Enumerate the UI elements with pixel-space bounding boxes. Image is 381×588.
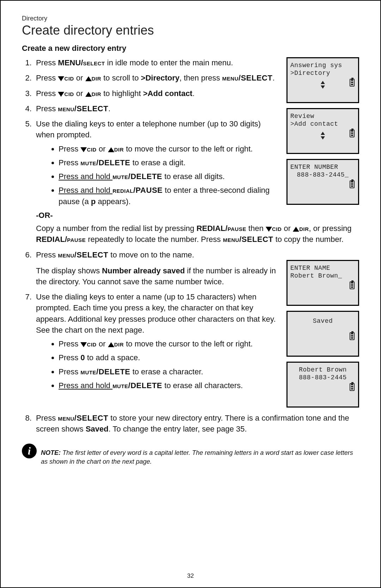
- note-block: i NOTE: The first letter of every word i…: [22, 444, 359, 466]
- text: Press: [36, 414, 58, 422]
- lcd-line: 888-883-2445: [290, 373, 355, 382]
- battery-icon: [350, 383, 355, 391]
- text: . To change the entry later, see page 35…: [108, 424, 247, 433]
- text: to move the cursor to the left or right.: [124, 144, 253, 153]
- text: Press: [59, 144, 80, 153]
- text: in idle mode to enter the main menu.: [105, 58, 233, 67]
- up-arrow-icon: [108, 342, 114, 347]
- breadcrumb: Directory: [22, 15, 359, 22]
- text: Press: [59, 339, 80, 348]
- text: .: [272, 73, 274, 82]
- text: to move on to the name.: [108, 250, 194, 259]
- text: Number already saved: [102, 266, 185, 275]
- section-heading: Create a new directory entry: [22, 43, 359, 54]
- key-mute-delete: mute/DELETE: [113, 172, 162, 181]
- key-mute-delete: mute/DELETE: [80, 367, 130, 376]
- text: Press and hold: [59, 381, 113, 390]
- body-column: Create a new directory entry Answering s…: [22, 43, 359, 466]
- key-zero: 0: [80, 353, 85, 362]
- battery-icon: [350, 79, 355, 87]
- text: Press: [36, 250, 58, 259]
- text: then: [246, 224, 266, 233]
- text: Press: [36, 73, 58, 82]
- step-8: Press menu/SELECT to store your new dire…: [34, 412, 359, 434]
- text: to move the cursor to the left or right.: [124, 339, 253, 348]
- text: Press: [59, 353, 80, 362]
- text: or: [282, 224, 293, 233]
- lcd-line: >Directory: [290, 69, 355, 78]
- lcd-screen-add-contact: Review >Add contact: [286, 108, 359, 154]
- menu-target: >Directory: [141, 73, 179, 82]
- lcd-line: 888-883-2445_: [290, 171, 355, 180]
- key-menu-select: menu/SELECT: [223, 235, 273, 244]
- key-cid: cid: [87, 144, 96, 153]
- text: Press and hold: [59, 172, 113, 181]
- key-menu-select: menu/SELECT: [58, 104, 108, 113]
- key-mute-delete: mute/DELETE: [80, 158, 130, 167]
- text: .: [192, 89, 194, 98]
- lcd-screen-saved: Saved: [286, 311, 359, 357]
- key-redial-pause: REDIAL/pause: [196, 224, 246, 233]
- text: to add a space.: [85, 353, 140, 362]
- page-number: 32: [1, 572, 380, 580]
- key-redial-pause: redial/PAUSE: [113, 186, 163, 195]
- key-cid: cid: [64, 89, 74, 98]
- text: Press and hold: [59, 186, 113, 195]
- key-menu-select: MENU/select: [58, 58, 105, 67]
- battery-icon: [350, 281, 355, 289]
- key-dir: dir: [92, 89, 101, 98]
- text: , or pressing: [309, 224, 351, 233]
- text: to erase a digit.: [130, 158, 186, 167]
- text: The first letter of every word is a capi…: [41, 449, 353, 465]
- down-arrow-icon: [58, 92, 64, 97]
- text: Press: [36, 89, 58, 98]
- text: Saved: [86, 424, 109, 433]
- text: to erase all characters.: [162, 381, 243, 390]
- text: .: [108, 104, 110, 113]
- lcd-line: Robert Brown_: [290, 272, 355, 281]
- battery-icon: [350, 180, 355, 188]
- text: Copy a number from the redial list by pr…: [36, 224, 196, 233]
- text: Press: [36, 104, 58, 113]
- note-text: NOTE: The first letter of every word is …: [41, 444, 359, 466]
- copy-paragraph: Copy a number from the redial list by pr…: [36, 223, 359, 245]
- text: or: [97, 144, 108, 153]
- lcd-screen-enter-number: ENTER NUMBER 888-883-2445_: [286, 159, 359, 205]
- manual-page: Directory Create directory entries Creat…: [0, 0, 381, 588]
- key-dir: dir: [114, 339, 124, 348]
- or-divider: -OR-: [36, 210, 359, 221]
- text: Press: [59, 367, 80, 376]
- lcd-line: >Add contact: [290, 120, 355, 129]
- key-cid: cid: [272, 224, 282, 233]
- battery-icon: [350, 130, 355, 137]
- text: to erase a character.: [130, 367, 203, 376]
- text: to scroll to: [101, 73, 141, 82]
- battery-icon: [350, 332, 355, 340]
- key-menu-select: menu/SELECT: [222, 73, 273, 82]
- lcd-screen-entry: Robert Brown 888-883-2445: [286, 362, 359, 408]
- text: p: [91, 197, 96, 206]
- key-dir: dir: [114, 144, 124, 153]
- down-arrow-icon: [58, 76, 64, 81]
- lcd-screen-directory: Answering sys >Directory: [286, 57, 359, 103]
- note-label: NOTE:: [41, 449, 61, 456]
- lcd-screen-enter-name: ENTER NAME Robert Brown_: [286, 260, 359, 306]
- lcd-line: Saved: [290, 317, 355, 326]
- key-mute-delete: mute/DELETE: [113, 381, 162, 390]
- key-cid: cid: [64, 73, 74, 82]
- up-arrow-icon: [85, 76, 92, 81]
- scroll-icon: [288, 78, 358, 89]
- text: appears).: [96, 197, 131, 206]
- key-menu-select: menu/SELECT: [58, 414, 108, 422]
- down-arrow-icon: [80, 147, 87, 152]
- text: to erase all digits.: [162, 172, 225, 181]
- down-arrow-icon: [266, 227, 272, 232]
- text: Press: [36, 58, 58, 67]
- page-title: Create directory entries: [22, 23, 359, 38]
- text: or: [97, 339, 108, 348]
- up-arrow-icon: [293, 227, 299, 232]
- text: to copy the number.: [273, 235, 344, 244]
- key-menu-select: menu/SELECT: [58, 250, 108, 259]
- info-icon: i: [22, 444, 37, 458]
- text: Press: [59, 158, 80, 167]
